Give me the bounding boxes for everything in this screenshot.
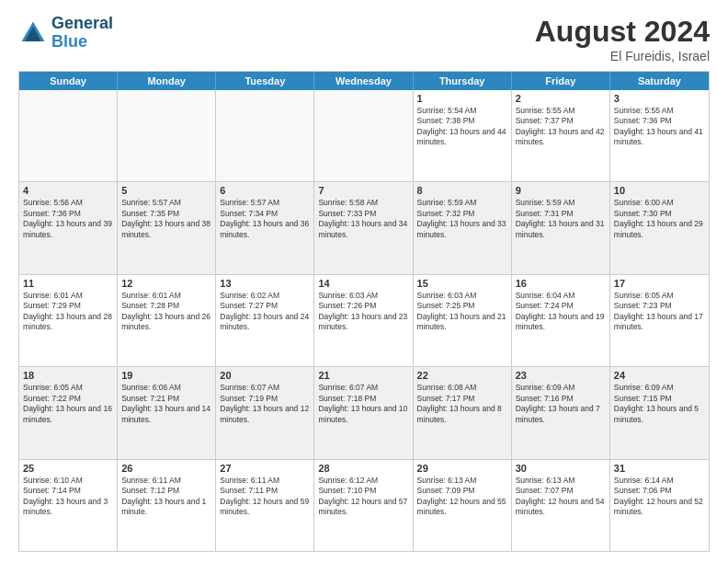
- day-cell: 12Sunrise: 6:01 AMSunset: 7:28 PMDayligh…: [118, 275, 216, 366]
- day-cell: 21Sunrise: 6:07 AMSunset: 7:18 PMDayligh…: [314, 367, 413, 458]
- day-info: Sunrise: 5:56 AMSunset: 7:36 PMDaylight:…: [23, 198, 113, 240]
- calendar-row: 1Sunrise: 5:54 AMSunset: 7:38 PMDaylight…: [19, 90, 709, 181]
- logo-text: General Blue: [51, 15, 113, 52]
- day-number: 1: [417, 93, 507, 104]
- empty-cell: [216, 90, 314, 181]
- day-cell: 23Sunrise: 6:09 AMSunset: 7:16 PMDayligh…: [512, 367, 610, 458]
- day-number: 7: [318, 185, 408, 196]
- day-of-week-header: Sunday: [19, 72, 118, 90]
- day-info: Sunrise: 6:09 AMSunset: 7:15 PMDaylight:…: [614, 383, 705, 425]
- day-cell: 22Sunrise: 6:08 AMSunset: 7:17 PMDayligh…: [414, 367, 512, 458]
- day-number: 31: [614, 463, 705, 474]
- location: El Fureidis, Israel: [535, 49, 710, 63]
- day-cell: 7Sunrise: 5:58 AMSunset: 7:33 PMDaylight…: [314, 182, 413, 273]
- day-number: 13: [220, 278, 310, 289]
- day-info: Sunrise: 6:13 AMSunset: 7:09 PMDaylight:…: [417, 476, 507, 518]
- day-number: 5: [121, 185, 211, 196]
- day-cell: 28Sunrise: 6:12 AMSunset: 7:10 PMDayligh…: [314, 460, 413, 551]
- day-cell: 13Sunrise: 6:02 AMSunset: 7:27 PMDayligh…: [216, 275, 314, 366]
- day-info: Sunrise: 6:00 AMSunset: 7:30 PMDaylight:…: [614, 198, 705, 240]
- day-cell: 17Sunrise: 6:05 AMSunset: 7:23 PMDayligh…: [610, 275, 709, 366]
- day-cell: 19Sunrise: 6:06 AMSunset: 7:21 PMDayligh…: [118, 367, 216, 458]
- calendar: SundayMondayTuesdayWednesdayThursdayFrid…: [18, 71, 710, 552]
- day-number: 11: [23, 278, 113, 289]
- day-cell: 24Sunrise: 6:09 AMSunset: 7:15 PMDayligh…: [610, 367, 709, 458]
- logo-icon: [18, 18, 48, 48]
- day-cell: 15Sunrise: 6:03 AMSunset: 7:25 PMDayligh…: [414, 275, 512, 366]
- day-info: Sunrise: 5:55 AMSunset: 7:36 PMDaylight:…: [614, 106, 705, 148]
- day-info: Sunrise: 6:07 AMSunset: 7:19 PMDaylight:…: [220, 383, 310, 425]
- day-info: Sunrise: 5:55 AMSunset: 7:37 PMDaylight:…: [516, 106, 606, 148]
- day-number: 14: [318, 278, 408, 289]
- day-info: Sunrise: 6:06 AMSunset: 7:21 PMDaylight:…: [121, 383, 211, 425]
- day-cell: 27Sunrise: 6:11 AMSunset: 7:11 PMDayligh…: [216, 460, 314, 551]
- day-number: 19: [121, 370, 211, 381]
- day-cell: 2Sunrise: 5:55 AMSunset: 7:37 PMDaylight…: [512, 90, 610, 181]
- page: General Blue August 2024 El Fureidis, Is…: [0, 0, 728, 563]
- day-number: 23: [516, 370, 606, 381]
- day-info: Sunrise: 6:03 AMSunset: 7:25 PMDaylight:…: [417, 291, 507, 333]
- calendar-row: 18Sunrise: 6:05 AMSunset: 7:22 PMDayligh…: [19, 366, 709, 458]
- empty-cell: [19, 90, 118, 181]
- day-cell: 11Sunrise: 6:01 AMSunset: 7:29 PMDayligh…: [19, 275, 118, 366]
- day-info: Sunrise: 5:57 AMSunset: 7:35 PMDaylight:…: [121, 198, 211, 240]
- day-number: 17: [614, 278, 705, 289]
- day-of-week-header: Friday: [512, 72, 610, 90]
- day-info: Sunrise: 5:57 AMSunset: 7:34 PMDaylight:…: [220, 198, 310, 240]
- day-info: Sunrise: 6:01 AMSunset: 7:29 PMDaylight:…: [23, 291, 113, 333]
- day-info: Sunrise: 6:10 AMSunset: 7:14 PMDaylight:…: [23, 476, 113, 518]
- day-of-week-header: Saturday: [610, 72, 709, 90]
- logo: General Blue: [18, 15, 113, 52]
- month-year: August 2024: [535, 15, 710, 49]
- day-cell: 6Sunrise: 5:57 AMSunset: 7:34 PMDaylight…: [216, 182, 314, 273]
- day-number: 22: [417, 370, 507, 381]
- day-info: Sunrise: 6:05 AMSunset: 7:23 PMDaylight:…: [614, 291, 705, 333]
- day-cell: 10Sunrise: 6:00 AMSunset: 7:30 PMDayligh…: [610, 182, 709, 273]
- day-cell: 29Sunrise: 6:13 AMSunset: 7:09 PMDayligh…: [414, 460, 512, 551]
- day-info: Sunrise: 6:02 AMSunset: 7:27 PMDaylight:…: [220, 291, 310, 333]
- day-info: Sunrise: 6:11 AMSunset: 7:11 PMDaylight:…: [220, 476, 310, 518]
- header: General Blue August 2024 El Fureidis, Is…: [18, 15, 710, 63]
- calendar-row: 11Sunrise: 6:01 AMSunset: 7:29 PMDayligh…: [19, 274, 709, 366]
- day-info: Sunrise: 6:01 AMSunset: 7:28 PMDaylight:…: [121, 291, 211, 333]
- empty-cell: [314, 90, 413, 181]
- day-cell: 8Sunrise: 5:59 AMSunset: 7:32 PMDaylight…: [414, 182, 512, 273]
- day-cell: 16Sunrise: 6:04 AMSunset: 7:24 PMDayligh…: [512, 275, 610, 366]
- day-number: 24: [614, 370, 705, 381]
- day-of-week-header: Tuesday: [216, 72, 314, 90]
- day-number: 27: [220, 463, 310, 474]
- day-cell: 3Sunrise: 5:55 AMSunset: 7:36 PMDaylight…: [610, 90, 709, 181]
- day-info: Sunrise: 5:59 AMSunset: 7:32 PMDaylight:…: [417, 198, 507, 240]
- day-cell: 4Sunrise: 5:56 AMSunset: 7:36 PMDaylight…: [19, 182, 118, 273]
- calendar-row: 25Sunrise: 6:10 AMSunset: 7:14 PMDayligh…: [19, 459, 709, 551]
- day-of-week-header: Wednesday: [314, 72, 413, 90]
- day-number: 18: [23, 370, 113, 381]
- day-number: 10: [614, 185, 705, 196]
- day-cell: 26Sunrise: 6:11 AMSunset: 7:12 PMDayligh…: [118, 460, 216, 551]
- calendar-header: SundayMondayTuesdayWednesdayThursdayFrid…: [19, 72, 709, 90]
- day-info: Sunrise: 6:11 AMSunset: 7:12 PMDaylight:…: [121, 476, 211, 518]
- day-cell: 14Sunrise: 6:03 AMSunset: 7:26 PMDayligh…: [314, 275, 413, 366]
- day-number: 15: [417, 278, 507, 289]
- day-info: Sunrise: 6:08 AMSunset: 7:17 PMDaylight:…: [417, 383, 507, 425]
- day-number: 2: [516, 93, 606, 104]
- day-number: 28: [318, 463, 408, 474]
- day-info: Sunrise: 6:13 AMSunset: 7:07 PMDaylight:…: [516, 476, 606, 518]
- day-info: Sunrise: 5:54 AMSunset: 7:38 PMDaylight:…: [417, 106, 507, 148]
- day-info: Sunrise: 5:58 AMSunset: 7:33 PMDaylight:…: [318, 198, 408, 240]
- calendar-body: 1Sunrise: 5:54 AMSunset: 7:38 PMDaylight…: [19, 90, 709, 551]
- day-cell: 25Sunrise: 6:10 AMSunset: 7:14 PMDayligh…: [19, 460, 118, 551]
- day-number: 16: [516, 278, 606, 289]
- day-number: 26: [121, 463, 211, 474]
- day-info: Sunrise: 6:12 AMSunset: 7:10 PMDaylight:…: [318, 476, 408, 518]
- day-of-week-header: Thursday: [414, 72, 512, 90]
- day-cell: 9Sunrise: 5:59 AMSunset: 7:31 PMDaylight…: [512, 182, 610, 273]
- day-number: 8: [417, 185, 507, 196]
- day-number: 9: [516, 185, 606, 196]
- day-info: Sunrise: 6:04 AMSunset: 7:24 PMDaylight:…: [516, 291, 606, 333]
- day-cell: 5Sunrise: 5:57 AMSunset: 7:35 PMDaylight…: [118, 182, 216, 273]
- day-info: Sunrise: 5:59 AMSunset: 7:31 PMDaylight:…: [516, 198, 606, 240]
- day-info: Sunrise: 6:09 AMSunset: 7:16 PMDaylight:…: [516, 383, 606, 425]
- calendar-row: 4Sunrise: 5:56 AMSunset: 7:36 PMDaylight…: [19, 181, 709, 273]
- day-number: 3: [614, 93, 705, 104]
